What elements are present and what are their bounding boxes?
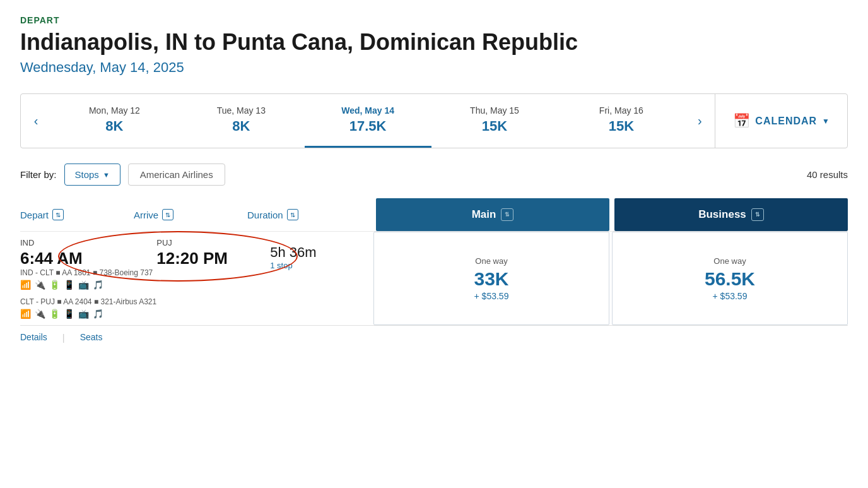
seats-link[interactable]: Seats xyxy=(80,332,103,343)
business-points-value: 56.5K xyxy=(705,268,755,290)
depart-label: DEPART xyxy=(20,15,848,25)
duration-value: 5h 36m xyxy=(270,244,371,261)
left-headers: Depart ⇅ Arrive ⇅ Duration ⇅ xyxy=(20,198,373,231)
depart-sort-icon: ⇅ xyxy=(52,209,64,220)
wifi-icon-2: 📶 xyxy=(20,309,31,319)
date-item-1[interactable]: Tue, May 13 8K xyxy=(178,94,305,148)
date-selector-bar: ‹ Mon, May 12 8K Tue, May 13 8K Wed, May… xyxy=(20,93,848,148)
duration-col-header[interactable]: Duration ⇅ xyxy=(247,209,348,220)
arrive-sort-icon: ⇅ xyxy=(162,209,173,220)
business-sort-icon: ⇅ xyxy=(751,208,764,221)
business-class-button[interactable]: Business ⇅ xyxy=(614,198,848,231)
flight-left-panel: IND 6:44 AM IND - CLT ■ AA 1801 ■ 738-Bo… xyxy=(20,232,373,325)
filter-row: Filter by: Stops ▼ American Airlines 40 … xyxy=(20,164,848,186)
arrive-time: 12:20 PM xyxy=(156,249,270,268)
depart-col-header[interactable]: Depart ⇅ xyxy=(20,209,134,220)
usb-icon: 🔌 xyxy=(35,280,45,290)
tv-icon-2: 📺 xyxy=(78,309,89,319)
wifi-icon: 📶 xyxy=(20,280,31,290)
arrive-airport-code: PUJ xyxy=(156,238,270,247)
results-count: 40 results xyxy=(807,169,848,180)
next-date-button[interactable]: › xyxy=(684,94,715,148)
phone-icon: 📱 xyxy=(64,280,74,290)
outlet-icon-2: 🔋 xyxy=(49,309,60,319)
main-sort-icon: ⇅ xyxy=(501,208,513,221)
business-cash-value: + $53.59 xyxy=(713,291,748,301)
outlet-icon: 🔋 xyxy=(49,280,60,290)
date-items-list: Mon, May 12 8K Tue, May 13 8K Wed, May 1… xyxy=(51,94,684,148)
date-item-4[interactable]: Fri, May 16 15K xyxy=(558,94,684,148)
music-icon-2: 🎵 xyxy=(93,309,103,319)
arrive-col-header[interactable]: Arrive ⇅ xyxy=(134,209,247,220)
business-price-card[interactable]: One way 56.5K + $53.59 xyxy=(612,232,848,325)
pricing-cards: One way 33K + $53.59 One way 56.5K + $53… xyxy=(373,232,848,325)
calendar-button[interactable]: 📅 CALENDAR ▼ xyxy=(715,94,847,148)
stops-value: 1 stop xyxy=(270,261,371,270)
flight-links-row: Details | Seats xyxy=(20,325,848,349)
main-one-way-label: One way xyxy=(475,256,507,266)
date-item-2-active[interactable]: Wed, May 14 17.5K xyxy=(305,94,431,148)
calendar-icon: 📅 xyxy=(733,113,750,129)
usb-icon-2: 🔌 xyxy=(35,309,45,319)
depart-time: 6:44 AM xyxy=(20,249,156,268)
column-headers: Depart ⇅ Arrive ⇅ Duration ⇅ Main ⇅ Busi… xyxy=(20,198,848,231)
filter-label: Filter by: xyxy=(20,169,57,180)
seg2-route-info: CLT - PUJ ■ AA 2404 ■ 321-Airbus A321 xyxy=(20,297,156,306)
date-item-3[interactable]: Thu, May 15 15K xyxy=(431,94,558,148)
main-points-value: 33K xyxy=(474,268,508,290)
airline-filter-tag[interactable]: American Airlines xyxy=(128,164,225,186)
arrive-cell: PUJ 12:20 PM xyxy=(156,238,270,268)
business-one-way-label: One way xyxy=(713,256,746,266)
main-class-button[interactable]: Main ⇅ xyxy=(376,198,609,231)
date-subtitle: Wednesday, May 14, 2025 xyxy=(20,59,848,76)
depart-cell: IND 6:44 AM IND - CLT ■ AA 1801 ■ 738-Bo… xyxy=(20,238,156,321)
tv-icon: 📺 xyxy=(78,280,89,290)
phone-icon-2: 📱 xyxy=(64,309,74,319)
seg1-amenities: 📶 🔌 🔋 📱 📺 🎵 xyxy=(20,280,156,290)
seg2-amenities: 📶 🔌 🔋 📱 📺 🎵 xyxy=(20,309,156,319)
date-item-0[interactable]: Mon, May 12 8K xyxy=(51,94,178,148)
route-title: Indianapolis, IN to Punta Cana, Dominica… xyxy=(20,29,848,56)
duration-sort-icon: ⇅ xyxy=(287,209,298,220)
music-icon: 🎵 xyxy=(93,280,103,290)
prev-date-button[interactable]: ‹ xyxy=(21,94,51,148)
flight-result-row: IND 6:44 AM IND - CLT ■ AA 1801 ■ 738-Bo… xyxy=(20,231,848,325)
main-cash-value: + $53.59 xyxy=(474,291,509,301)
depart-airport-code: IND xyxy=(20,238,156,247)
details-link[interactable]: Details xyxy=(20,332,47,343)
main-price-card[interactable]: One way 33K + $53.59 xyxy=(373,232,609,325)
link-divider: | xyxy=(62,332,65,343)
duration-cell: 5h 36m 1 stop xyxy=(270,238,371,277)
seg1-route-info: IND - CLT ■ AA 1801 ■ 738-Boeing 737 xyxy=(20,268,156,277)
stops-filter-button[interactable]: Stops ▼ xyxy=(64,164,120,186)
